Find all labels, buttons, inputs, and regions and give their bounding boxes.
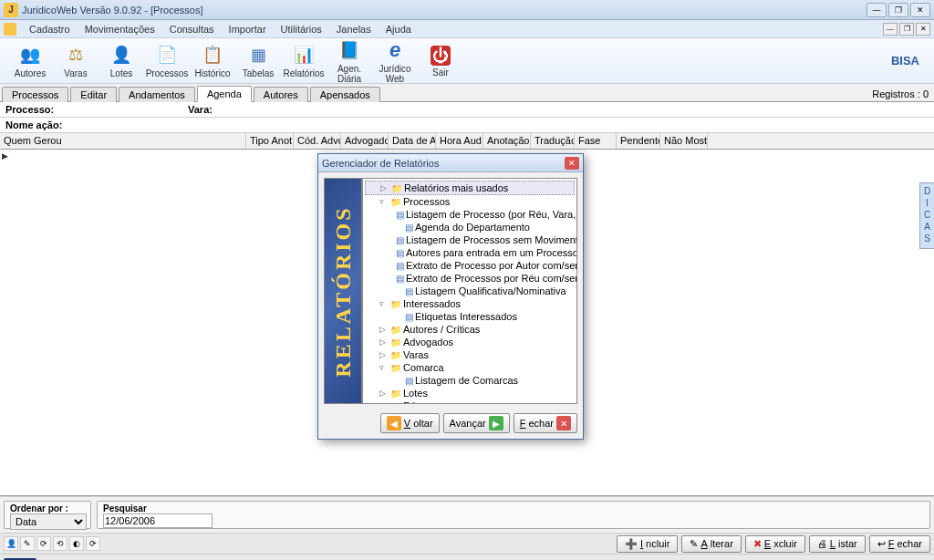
tree-node[interactable]: ▷📁Relatórios mais usados <box>365 181 575 195</box>
tree-node[interactable]: ▤Listagem de Comarcas <box>365 374 575 387</box>
col-cod-advc[interactable]: Cód. Advc <box>294 133 341 149</box>
tree-node[interactable]: ▷📁Advogados <box>365 336 575 348</box>
expand-icon[interactable]: ▿ <box>379 197 389 206</box>
toolbar-relatorios[interactable]: 📊Relatórios <box>281 43 327 78</box>
voltar-button[interactable]: ◀Voltar <box>380 413 440 433</box>
mdi-close[interactable]: ✕ <box>916 23 930 36</box>
toolbar-agen-diaria[interactable]: 📘Agen. Diária <box>327 38 372 84</box>
toolbar-sair[interactable]: ⏻Sair <box>418 44 463 78</box>
tree-node[interactable]: ▤Listagem Qualificativa/Nominativa <box>365 285 575 297</box>
fechar-button[interactable]: ↩Fechar <box>869 535 930 553</box>
col-tipo-anot[interactable]: Tipo Anot <box>246 133 294 149</box>
tab-andamentos[interactable]: Andamentos <box>119 87 195 102</box>
expand-icon[interactable]: ▿ <box>379 363 389 372</box>
tree-node[interactable]: ▷📁Réus <box>365 399 575 404</box>
toolbar-lotes[interactable]: 👤Lotes <box>99 43 144 78</box>
tree-node[interactable]: ▿📁Interessados <box>365 297 575 310</box>
menu-janelas[interactable]: Janelas <box>329 22 379 36</box>
tab-apensados[interactable]: Apensados <box>310 87 380 102</box>
tree-node[interactable]: ▷📁Varas <box>365 348 575 361</box>
menu-consultas[interactable]: Consultas <box>162 22 222 36</box>
col-hora-aud[interactable]: Hora Aud <box>436 133 483 149</box>
tree-node[interactable]: ▤Listagem de Processos sem Movimentação <box>365 233 575 246</box>
col-nao-mostr[interactable]: Não Mostr <box>660 133 708 149</box>
edit-icon: ✎ <box>690 538 698 550</box>
report-tree[interactable]: ▷📁Relatórios mais usados▿📁Processos▤List… <box>362 178 577 404</box>
tree-node[interactable]: ▤Autores para entrada em um Processo <box>365 246 575 259</box>
file-icon: ▤ <box>396 248 404 258</box>
tab-processos[interactable]: Processos <box>2 87 68 102</box>
tab-autores[interactable]: Autores <box>254 87 308 102</box>
folder-icon: 📁 <box>390 350 401 360</box>
dialog-titlebar[interactable]: Gerenciador de Relatórios ✕ <box>318 154 583 172</box>
col-data-a[interactable]: Data de A <box>389 133 436 149</box>
menu-cadastro[interactable]: Cadastro <box>22 22 78 36</box>
toolbar-varas[interactable]: ⚖Varas <box>53 43 99 78</box>
close-button[interactable]: ✕ <box>910 3 930 17</box>
expand-icon[interactable]: ▷ <box>379 325 389 334</box>
incluir-button[interactable]: ➕Incluir <box>617 535 678 553</box>
mdi-restore[interactable]: ❐ <box>899 23 914 36</box>
toolbar-autores[interactable]: 👥Autores <box>7 43 53 78</box>
menu-utilitarios[interactable]: Utilitários <box>274 22 329 36</box>
col-anotacao[interactable]: Anotação <box>483 133 531 149</box>
col-quem-gerou[interactable]: Quem Gerou <box>0 133 246 149</box>
tree-node[interactable]: ▿📁Comarca <box>365 361 575 374</box>
dicas-tab[interactable]: DICAS <box>919 182 934 249</box>
col-pendente[interactable]: Pendente <box>617 133 660 149</box>
mini-btn-6[interactable]: ⟳ <box>86 536 100 551</box>
mini-btn-5[interactable]: ◐ <box>69 536 84 551</box>
main-toolbar: 👥Autores ⚖Varas 👤Lotes 📄Processos 📋Histó… <box>0 38 934 84</box>
expand-icon[interactable]: ▷ <box>379 389 389 398</box>
bottom-panel: Ordenar por : Data Pesquisar <box>0 496 934 533</box>
expand-icon[interactable]: ▷ <box>379 350 389 359</box>
dialog-close-icon[interactable]: ✕ <box>565 157 579 170</box>
tree-node[interactable]: ▷📁Lotes <box>365 387 575 399</box>
expand-icon[interactable]: ▷ <box>379 401 389 404</box>
pesquisar-date-input[interactable] <box>103 513 213 528</box>
menu-ajuda[interactable]: Ajuda <box>379 22 419 36</box>
mini-btn-2[interactable]: ✎ <box>20 536 35 551</box>
mini-btn-3[interactable]: ⟳ <box>36 536 51 551</box>
tree-node-label: Listagem Qualificativa/Nominativa <box>415 285 566 296</box>
forward-arrow-icon: ▶ <box>489 416 503 430</box>
ordenar-select[interactable]: Data <box>10 513 87 530</box>
excluir-button[interactable]: ✖Excluir <box>745 535 805 553</box>
folder-icon: 📁 <box>390 363 401 373</box>
tree-node[interactable]: ▷📁Autores / Críticas <box>365 323 575 336</box>
tab-agenda[interactable]: Agenda <box>197 86 252 102</box>
tree-node-label: Extrato de Processo por Autor com/sem Ag… <box>406 260 577 271</box>
toolbar-processos[interactable]: 📄Processos <box>144 43 190 78</box>
listar-button[interactable]: 🖨Listar <box>809 535 866 553</box>
col-traducao[interactable]: Tradução <box>531 133 575 149</box>
file-icon: ▤ <box>396 235 404 245</box>
tree-node[interactable]: ▿📁Processos <box>365 195 575 208</box>
tree-node[interactable]: ▤Extrato de Processo por Autor com/sem A… <box>365 259 575 272</box>
tree-node[interactable]: ▤Listagem de Processo (por Réu, Vara, Ad… <box>365 208 575 221</box>
col-advogado[interactable]: Advogado <box>341 133 389 149</box>
menubar: Cadastro Movimentações Consultas Importa… <box>0 20 934 38</box>
expand-icon[interactable]: ▿ <box>379 299 389 308</box>
toolbar-tabelas[interactable]: ▦Tabelas <box>235 43 281 78</box>
folder-icon: 📁 <box>390 337 401 347</box>
avancar-button[interactable]: Avançar▶ <box>443 413 510 433</box>
mdi-minimize[interactable]: — <box>883 23 898 36</box>
minimize-button[interactable]: — <box>867 3 887 17</box>
menu-movimentacoes[interactable]: Movimentações <box>78 22 162 36</box>
col-fase[interactable]: Fase <box>575 133 617 149</box>
alterar-button[interactable]: ✎Alterar <box>681 535 741 553</box>
mini-btn-1[interactable]: 👤 <box>4 536 18 551</box>
tab-editar[interactable]: Editar <box>70 87 117 102</box>
tree-node-label: Comarca <box>403 362 444 373</box>
menu-importar[interactable]: Importar <box>222 22 274 36</box>
toolbar-historico[interactable]: 📋Histórico <box>190 43 235 78</box>
expand-icon[interactable]: ▷ <box>379 337 389 347</box>
dialog-fechar-button[interactable]: Fechar✕ <box>514 413 577 433</box>
tree-node[interactable]: ▤Etiquetas Interessados <box>365 310 575 323</box>
tree-node[interactable]: ▤Extrato de Processos por Réu com/sem Ag… <box>365 272 575 285</box>
toolbar-juridico-web[interactable]: eJurídico Web <box>372 38 418 84</box>
maximize-button[interactable]: ❐ <box>888 3 908 17</box>
expand-icon[interactable]: ▷ <box>380 183 389 192</box>
tree-node[interactable]: ▤Agenda do Departamento <box>365 221 575 233</box>
mini-btn-4[interactable]: ⟲ <box>53 536 67 551</box>
